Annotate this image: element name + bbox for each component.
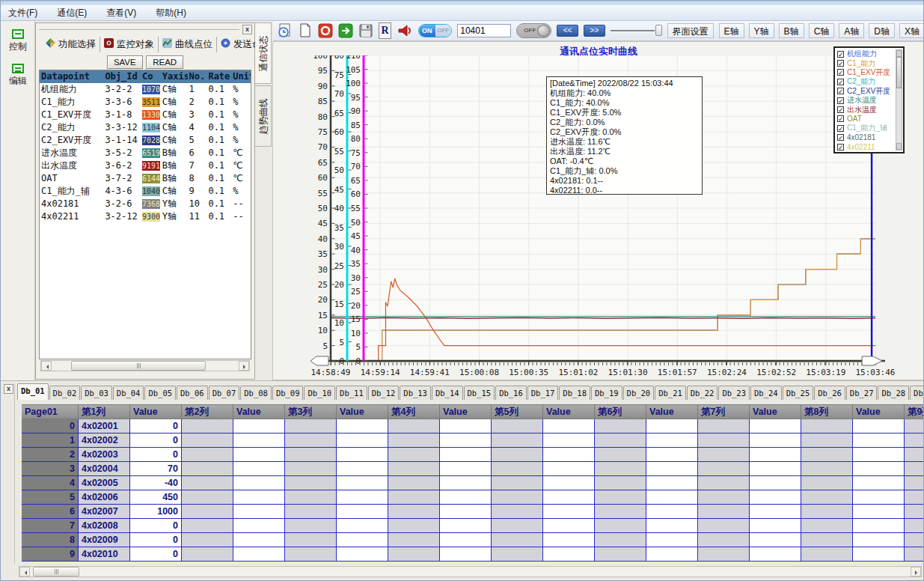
db-tab-Db_02[interactable]: Db_02 bbox=[49, 386, 81, 400]
db-tab-Db_26[interactable]: Db_26 bbox=[814, 386, 845, 400]
datapoint-row[interactable]: 机组能力3-2-21070C轴10.1% bbox=[40, 83, 251, 96]
datapoint-row[interactable]: 出水温度3-6-29191B轴70.1℃ bbox=[40, 159, 251, 172]
legend-item[interactable]: ✓C2_能力 bbox=[837, 77, 902, 86]
datapoint-grid-hscrollbar[interactable] bbox=[40, 360, 250, 371]
slider-knob[interactable] bbox=[537, 25, 550, 37]
db-tab-Db_27[interactable]: Db_27 bbox=[846, 386, 878, 400]
datapoint-row[interactable]: C1_EXV开度3-1-81330C轴30.1% bbox=[40, 109, 251, 121]
db-tab-Db_16[interactable]: Db_16 bbox=[495, 386, 527, 400]
axis-button-C轴[interactable]: C轴 bbox=[809, 23, 835, 38]
db-tab-Db_28[interactable]: Db_28 bbox=[878, 386, 909, 400]
legend-scrollbar[interactable] bbox=[896, 49, 902, 150]
legend-scrollbar-thumb[interactable] bbox=[896, 57, 902, 88]
axis-button-X轴[interactable]: X轴 bbox=[899, 23, 924, 38]
db-tab-Db_21[interactable]: Db_21 bbox=[655, 386, 686, 400]
scroll-right-arrow-icon[interactable] bbox=[911, 567, 921, 577]
db-table-row[interactable]: 04x020010 bbox=[22, 419, 924, 434]
legend-checkbox[interactable]: ✓ bbox=[837, 125, 844, 132]
axis-button-E轴[interactable]: E轴 bbox=[719, 23, 744, 38]
datapoint-row[interactable]: C2_能力3-3-121104C轴40.1% bbox=[40, 121, 251, 134]
legend-scroll-up-icon[interactable] bbox=[896, 50, 902, 57]
db-tab-Db_01[interactable]: Db_01 bbox=[17, 383, 49, 400]
db-table-row[interactable]: 44x02005-40 bbox=[22, 476, 924, 490]
legend-checkbox[interactable]: ✓ bbox=[837, 134, 844, 141]
save-button[interactable]: SAVE bbox=[107, 55, 143, 69]
scroll-back-button[interactable]: << bbox=[557, 25, 578, 37]
scroll-left-arrow-icon[interactable] bbox=[41, 361, 52, 371]
sidebar-item-control[interactable]: 控制 bbox=[3, 27, 33, 55]
scroll-right-arrow-icon[interactable] bbox=[239, 361, 249, 371]
run-icon[interactable] bbox=[338, 22, 353, 39]
axis-button-A轴[interactable]: A轴 bbox=[839, 23, 864, 38]
legend-checkbox[interactable]: ✓ bbox=[837, 97, 844, 104]
db-tab-Db_24[interactable]: Db_24 bbox=[750, 386, 782, 400]
legend-checkbox[interactable]: ✓ bbox=[837, 88, 844, 94]
db-tab-Db_22[interactable]: Db_22 bbox=[687, 386, 718, 400]
datapoint-row[interactable]: 4x021813-2-67368Y轴100.1-- bbox=[40, 198, 251, 210]
tab-comm-status[interactable]: 通信状态 bbox=[255, 22, 272, 84]
zoom-trackbar[interactable] bbox=[611, 24, 662, 37]
db-table-row[interactable]: 34x0200470 bbox=[22, 462, 924, 476]
db-tab-Db_12[interactable]: Db_12 bbox=[368, 386, 400, 400]
menu-item[interactable]: 文件(F) bbox=[8, 7, 37, 19]
sidebar-item-edit[interactable]: 编辑 bbox=[3, 61, 33, 90]
legend-item[interactable]: ✓C1_EXV开度 bbox=[837, 68, 902, 77]
database-panel-close-button[interactable]: x bbox=[4, 384, 13, 394]
db-tab-Db_25[interactable]: Db_25 bbox=[783, 386, 814, 400]
panel-tab-监控对象[interactable]: 监控对象 bbox=[100, 37, 159, 52]
stop-icon[interactable] bbox=[318, 22, 333, 39]
scrollbar-thumb[interactable] bbox=[71, 361, 206, 371]
db-tab-Db_09[interactable]: Db_09 bbox=[272, 386, 304, 400]
legend-scroll-down-icon[interactable] bbox=[896, 143, 902, 150]
menu-item[interactable]: 查看(V) bbox=[106, 7, 136, 19]
datapoint-row[interactable]: 进水温度3-5-26519B轴60.1℃ bbox=[40, 147, 251, 159]
legend-item[interactable]: ✓机组能力 bbox=[837, 49, 902, 58]
db-tab-Db_05[interactable]: Db_05 bbox=[144, 386, 176, 400]
legend-item[interactable]: ✓C1_能力 bbox=[837, 58, 902, 67]
panel-close-button[interactable]: x bbox=[242, 25, 252, 34]
r-button[interactable]: R bbox=[379, 22, 391, 39]
db-tab-Db_11[interactable]: Db_11 bbox=[336, 386, 367, 400]
db-tab-Db_15[interactable]: Db_15 bbox=[464, 386, 495, 400]
legend-checkbox[interactable]: ✓ bbox=[837, 69, 844, 76]
db-table-row[interactable]: 14x020020 bbox=[22, 434, 924, 448]
scroll-left-arrow-icon[interactable] bbox=[19, 567, 30, 577]
axis-button-B轴[interactable]: B轴 bbox=[779, 23, 804, 38]
legend-checkbox[interactable]: ✓ bbox=[837, 106, 844, 113]
scroll-forward-button[interactable]: >> bbox=[584, 25, 605, 37]
db-tab-Db_23[interactable]: Db_23 bbox=[718, 386, 750, 400]
tab-trend-curve[interactable]: 趋势曲线 bbox=[255, 85, 272, 147]
db-tab-Db_04[interactable]: Db_04 bbox=[113, 386, 144, 400]
db-tab-Db_14[interactable]: Db_14 bbox=[432, 386, 463, 400]
db-table-row[interactable]: 64x020071000 bbox=[22, 505, 924, 519]
new-document-icon[interactable] bbox=[298, 22, 313, 39]
menu-item[interactable]: 通信(E) bbox=[57, 7, 87, 19]
db-tab-Db_13[interactable]: Db_13 bbox=[400, 386, 431, 400]
legend-item[interactable]: ✓4x02211 bbox=[837, 142, 902, 151]
schedule-icon[interactable] bbox=[278, 22, 293, 39]
menu-item[interactable]: 帮助(H) bbox=[156, 7, 186, 19]
db-table-hscrollbar[interactable] bbox=[19, 566, 922, 577]
db-table-row[interactable]: 54x02006450 bbox=[22, 490, 924, 505]
db-table-row[interactable]: 84x020090 bbox=[22, 533, 924, 547]
panel-tab-曲线点位[interactable]: 曲线点位 bbox=[159, 37, 217, 52]
legend-item[interactable]: ✓进水温度 bbox=[837, 96, 902, 105]
db-tab-Db_18[interactable]: Db_18 bbox=[559, 386, 590, 400]
db-tab-Db_10[interactable]: Db_10 bbox=[304, 386, 335, 400]
scrollbar-thumb[interactable] bbox=[33, 567, 79, 577]
db-table-row[interactable]: 74x020080 bbox=[22, 519, 924, 533]
datapoint-row[interactable]: C1_能力_辅4-3-61040C轴90.1% bbox=[40, 185, 251, 198]
db-tab-Db_03[interactable]: Db_03 bbox=[81, 386, 112, 400]
panel-tab-功能选择[interactable]: 功能选择 bbox=[42, 37, 100, 52]
on-off-toggle[interactable]: ON OFF bbox=[418, 24, 452, 37]
legend-item[interactable]: ✓4x02181 bbox=[837, 133, 902, 142]
db-tab-Db_29[interactable]: Db_29 bbox=[910, 386, 924, 400]
db-table-row[interactable]: 94x020100 bbox=[22, 547, 924, 562]
legend-checkbox[interactable]: ✓ bbox=[837, 144, 844, 150]
datapoint-row[interactable]: C2_EXV开度3-1-147028C轴50.1% bbox=[40, 134, 251, 147]
db-table-row[interactable]: 24x020030 bbox=[22, 448, 924, 462]
legend-checkbox[interactable]: ✓ bbox=[837, 51, 844, 58]
address-input[interactable] bbox=[457, 24, 511, 37]
legend-item[interactable]: ✓出水温度 bbox=[837, 105, 902, 114]
slider-toggle[interactable]: OFF bbox=[516, 23, 551, 38]
